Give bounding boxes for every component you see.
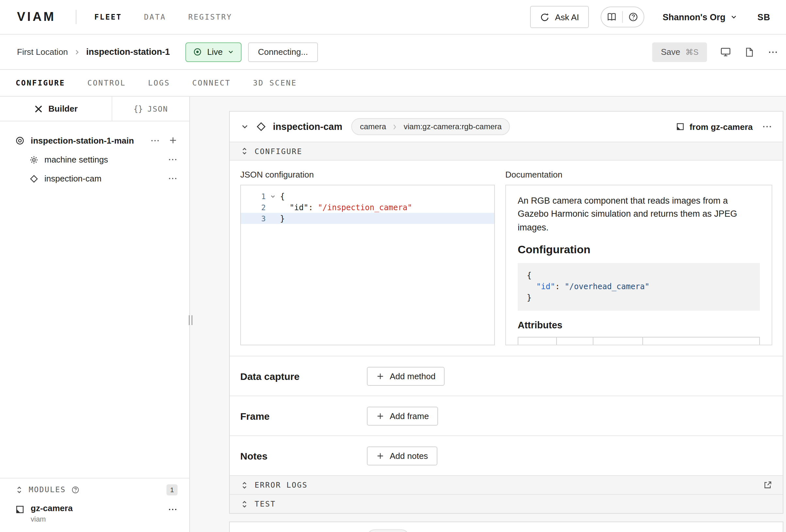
- part-overflow-icon[interactable]: [150, 135, 160, 145]
- code-string-value: "/inspection_camera": [318, 203, 412, 212]
- section-notes: Notes Add notes: [230, 435, 783, 475]
- topnav-right: Ask AI Sha: [530, 6, 780, 28]
- monitor-icon[interactable]: [720, 46, 731, 57]
- nav-item-data[interactable]: DATA: [144, 13, 166, 22]
- machine-name: inspection-station-1: [86, 47, 170, 57]
- nav-item-registry[interactable]: REGISTRY: [188, 13, 232, 22]
- add-notes-label: Add notes: [390, 451, 428, 461]
- save-button[interactable]: Save ⌘S: [652, 42, 707, 62]
- help-icon[interactable]: [623, 7, 644, 27]
- card-collapse-chevron-icon[interactable]: [240, 122, 249, 131]
- builder-mode-toggle[interactable]: Builder: [0, 97, 112, 121]
- ask-ai-button[interactable]: Ask AI: [530, 6, 589, 28]
- line-number: 2: [241, 203, 266, 212]
- diamond-component-icon: [29, 174, 39, 183]
- tab-3d-scene[interactable]: 3D SCENE: [253, 78, 297, 88]
- modules-header[interactable]: MODULES 1: [0, 479, 189, 501]
- breadcrumb-chevron-icon: [73, 48, 81, 56]
- modules-section: MODULES 1 gz-camera viam: [0, 478, 189, 532]
- chevron-down-icon: [730, 13, 738, 21]
- json-editor[interactable]: 1 { 2 "id": "/inspection_camera": [240, 185, 495, 345]
- module-icon: [676, 122, 685, 131]
- json-config-label: JSON configuration: [240, 170, 495, 180]
- module-type-tag: module: [367, 529, 410, 532]
- tab-control[interactable]: CONTROL: [88, 78, 126, 88]
- save-shortcut: ⌘S: [686, 47, 698, 56]
- tab-connect[interactable]: CONNECT: [192, 78, 231, 88]
- top-nav: VIAM FLEET DATA REGISTRY Ask AI: [0, 0, 786, 34]
- item-overflow-icon[interactable]: [168, 155, 178, 164]
- live-broadcast-icon: [193, 47, 203, 57]
- org-name: Shannon's Org: [663, 12, 725, 22]
- modules-help-icon[interactable]: [71, 485, 79, 494]
- add-notes-button[interactable]: Add notes: [367, 446, 437, 465]
- collapse-unfold-icon: [15, 485, 23, 494]
- module-name: gz-camera: [31, 503, 73, 513]
- module-item-gz-camera[interactable]: gz-camera viam: [0, 501, 189, 523]
- item-overflow-icon[interactable]: [168, 174, 178, 183]
- live-status-badge[interactable]: Live: [186, 42, 242, 62]
- config-content: inspection-cam camera viam:gz-camera:rgb…: [190, 97, 786, 532]
- card-overflow-icon[interactable]: [762, 121, 772, 132]
- section-label: Frame: [240, 410, 367, 421]
- external-link-icon[interactable]: [763, 481, 772, 490]
- machine-part-icon: [15, 135, 25, 145]
- doc-attributes-heading: Attributes: [518, 320, 760, 330]
- sidebar-resize-handle[interactable]: [189, 315, 192, 325]
- tree-item-inspection-cam[interactable]: inspection-cam: [0, 169, 189, 188]
- nav-item-fleet[interactable]: FLEET: [94, 13, 122, 22]
- error-logs-section-bar[interactable]: ERROR LOGS: [230, 475, 783, 494]
- json-mode-label: JSON: [147, 104, 168, 113]
- overflow-menu-icon[interactable]: [768, 47, 778, 57]
- machine-tabs: CONFIGURE CONTROL LOGS CONNECT 3D SCENE: [0, 70, 786, 97]
- component-type-tag: camera: [360, 122, 386, 131]
- viam-logo[interactable]: VIAM: [17, 10, 56, 24]
- line-number: 1: [241, 191, 266, 201]
- org-menu[interactable]: Shannon's Org: [663, 12, 738, 22]
- configure-section-bar[interactable]: CONFIGURE: [230, 142, 783, 161]
- user-avatar[interactable]: SB: [757, 12, 770, 22]
- tab-configure[interactable]: CONFIGURE: [16, 78, 65, 88]
- unfold-icon: [240, 500, 249, 508]
- live-label: Live: [207, 47, 223, 57]
- primary-nav: FLEET DATA REGISTRY: [94, 13, 232, 22]
- tree-item-machine-settings[interactable]: machine settings: [0, 150, 189, 169]
- live-chevron-down-icon: [227, 48, 234, 55]
- machine-header-bar: First Location inspection-station-1 Live…: [0, 34, 786, 70]
- document-icon[interactable]: [744, 47, 755, 57]
- tree-item-label: inspection-cam: [44, 174, 101, 183]
- tab-logs[interactable]: LOGS: [148, 78, 170, 88]
- section-data-capture: Data capture Add method: [230, 356, 783, 396]
- add-frame-button[interactable]: Add frame: [367, 406, 438, 425]
- module-org: viam: [31, 515, 73, 523]
- from-module-link[interactable]: from gz-camera: [676, 122, 753, 132]
- docs-book-icon[interactable]: [601, 7, 622, 27]
- add-method-button[interactable]: Add method: [367, 367, 444, 386]
- help-icon-group: [601, 6, 644, 27]
- save-label: Save: [661, 47, 680, 57]
- section-label: Notes: [240, 450, 367, 461]
- tree-item-label: machine settings: [44, 155, 108, 164]
- add-component-icon[interactable]: [168, 136, 178, 145]
- code-text: {: [280, 191, 285, 201]
- section-frame: Frame Add frame: [230, 396, 783, 435]
- ask-ai-label: Ask AI: [555, 12, 579, 22]
- modules-header-label: MODULES: [29, 485, 66, 494]
- module-overflow-icon[interactable]: [168, 505, 178, 514]
- component-tags: camera viam:gz-camera:rgb-camera: [351, 118, 510, 135]
- breadcrumb-location[interactable]: First Location: [17, 47, 68, 57]
- editor-line: 1 {: [241, 191, 494, 202]
- add-frame-label: Add frame: [390, 411, 429, 421]
- documentation-panel[interactable]: An RGB camera component that reads image…: [505, 185, 772, 345]
- test-section-bar[interactable]: TEST: [230, 494, 783, 513]
- viam-app: VIAM FLEET DATA REGISTRY Ask AI: [0, 0, 786, 532]
- unfold-icon: [240, 147, 249, 155]
- tree-item-machine-main[interactable]: inspection-station-1-main: [0, 131, 189, 150]
- module-card-gz-camera: gz-camera by viam module Registry: [229, 522, 783, 532]
- doc-code-value: "/overhead_camera": [565, 282, 650, 291]
- fold-chevron-icon[interactable]: [266, 193, 280, 200]
- json-mode-toggle[interactable]: {} JSON: [112, 97, 189, 121]
- code-colon: :: [308, 203, 318, 212]
- connecting-button[interactable]: Connecting...: [248, 42, 318, 62]
- code-text: }: [280, 214, 285, 223]
